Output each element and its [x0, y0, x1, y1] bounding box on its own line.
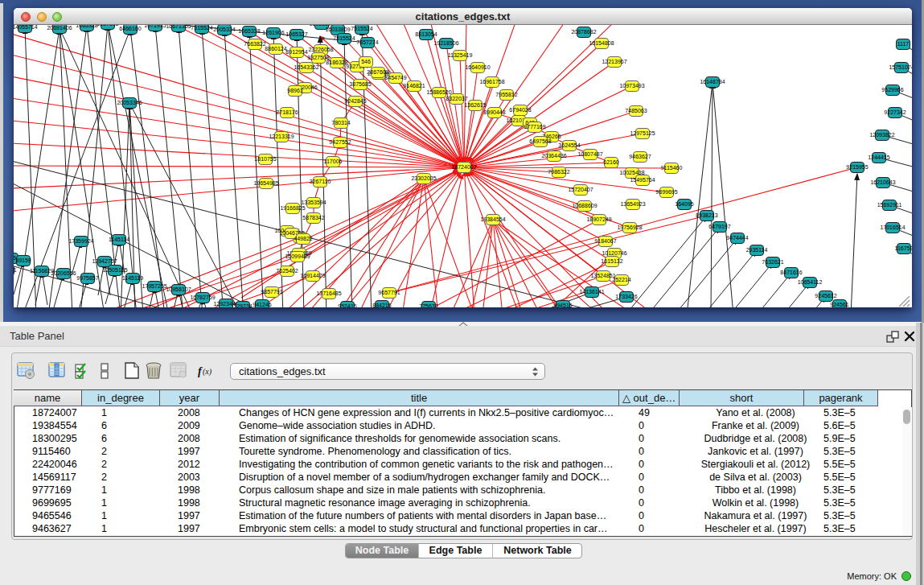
svg-text:17359924: 17359924 — [68, 238, 93, 244]
svg-text:7663822: 7663822 — [244, 41, 265, 47]
svg-text:10654112: 10654112 — [798, 279, 823, 285]
svg-text:9474444: 9474444 — [726, 235, 748, 241]
svg-text:2935114: 2935114 — [746, 247, 768, 253]
svg-text:11325419: 11325419 — [448, 52, 473, 58]
svg-text:6794028: 6794028 — [509, 107, 531, 113]
svg-text:12213967: 12213967 — [602, 59, 626, 64]
svg-text:13654923: 13654923 — [620, 201, 645, 207]
svg-text:12942757: 12942757 — [92, 258, 117, 264]
svg-text:164095: 164095 — [675, 201, 693, 207]
svg-text:13353594: 13353594 — [301, 200, 326, 205]
svg-text:16033809: 16033809 — [325, 27, 350, 32]
svg-text:9245612: 9245612 — [815, 293, 836, 299]
svg-text:117006: 117006 — [324, 159, 343, 164]
svg-text:3624554: 3624554 — [558, 142, 580, 148]
svg-text:16210643: 16210643 — [870, 179, 895, 185]
svg-text:1244415: 1244415 — [868, 154, 889, 160]
svg-text:(x): (x) — [203, 367, 212, 377]
svg-text:9899695: 9899695 — [655, 189, 677, 195]
svg-text:16914479: 16914479 — [300, 273, 325, 278]
svg-text:2718176: 2718176 — [276, 109, 298, 115]
svg-text:10688609: 10688609 — [572, 203, 597, 208]
svg-text:775632: 775632 — [419, 303, 437, 307]
svg-text:16154808: 16154808 — [589, 40, 614, 46]
svg-text:12213319: 12213319 — [269, 134, 294, 139]
svg-text:39159: 39159 — [15, 257, 31, 263]
svg-text:14136141: 14136141 — [579, 289, 604, 295]
svg-text:19166825: 19166825 — [280, 205, 305, 211]
svg-text:14055714: 14055714 — [14, 25, 38, 30]
svg-text:8813054: 8813054 — [415, 31, 437, 37]
svg-text:8912954: 8912954 — [285, 49, 307, 55]
svg-text:546: 546 — [361, 59, 371, 64]
svg-text:7632621: 7632621 — [762, 259, 783, 265]
svg-text:2867608: 2867608 — [367, 69, 388, 75]
svg-text:9463627: 9463627 — [629, 154, 651, 159]
svg-text:1261906: 1261906 — [262, 30, 284, 35]
svg-text:9857791: 9857791 — [261, 289, 282, 295]
svg-text:116753: 116753 — [895, 245, 912, 251]
svg-text:994516: 994516 — [553, 303, 572, 307]
svg-text:8860124: 8860124 — [265, 46, 286, 51]
svg-text:2005334: 2005334 — [213, 27, 235, 32]
svg-text:15495764: 15495764 — [630, 177, 655, 183]
svg-text:941246: 941246 — [253, 302, 271, 307]
svg-text:1733426: 1733426 — [615, 294, 637, 299]
svg-text:1071915: 1071915 — [144, 25, 166, 28]
svg-text:16099489: 16099489 — [285, 253, 310, 259]
svg-text:16543362: 16543362 — [294, 64, 318, 70]
svg-text:8186328: 8186328 — [326, 60, 347, 65]
svg-text:1145114: 1145114 — [109, 237, 129, 242]
svg-text:7857274: 7857274 — [356, 39, 378, 45]
svg-text:5878342: 5878342 — [302, 215, 324, 220]
svg-text:8471616: 8471616 — [780, 270, 802, 275]
svg-text:6479197: 6479197 — [708, 224, 730, 229]
svg-text:3267110: 3267110 — [310, 179, 331, 184]
svg-text:1065327: 1065327 — [285, 31, 307, 37]
svg-text:7625402: 7625402 — [276, 268, 298, 274]
svg-text:16640910: 16640910 — [465, 64, 490, 70]
svg-text:952416: 952416 — [338, 303, 356, 307]
svg-text:1810755: 1810755 — [254, 156, 276, 162]
svg-text:8454749: 8454749 — [384, 75, 406, 80]
svg-text:1065338: 1065338 — [238, 28, 260, 34]
svg-text:1065328: 1065328 — [76, 25, 97, 28]
svg-text:8322037: 8322037 — [446, 96, 467, 101]
svg-text:20691406: 20691406 — [47, 25, 72, 31]
svg-text:9975857: 9975857 — [76, 275, 98, 281]
svg-text:98961: 98961 — [287, 88, 303, 93]
svg-text:6497568: 6497568 — [529, 138, 551, 144]
svg-text:20364436: 20364436 — [541, 153, 566, 159]
svg-text:9242845: 9242845 — [344, 98, 366, 104]
svg-text:10120746: 10120746 — [602, 250, 626, 256]
svg-text:1117: 1117 — [897, 41, 910, 47]
svg-text:1615132: 1615132 — [601, 258, 622, 264]
svg-text:924561: 924561 — [830, 302, 848, 307]
svg-text:884216: 884216 — [372, 303, 391, 307]
svg-text:16782759: 16782759 — [190, 295, 215, 300]
svg-text:7515524: 7515524 — [351, 26, 372, 31]
svg-text:12093822: 12093822 — [869, 132, 894, 138]
svg-text:835081: 835081 — [14, 267, 17, 273]
svg-text:15692911: 15692911 — [877, 202, 902, 208]
svg-text:12505135: 12505135 — [102, 267, 127, 273]
svg-text:17957255: 17957255 — [142, 283, 166, 289]
svg-text:1362615: 1362615 — [464, 102, 486, 108]
svg-text:9777169: 9777169 — [524, 124, 545, 130]
svg-text:16961758: 16961758 — [479, 79, 504, 84]
svg-text:20878682: 20878682 — [571, 29, 596, 35]
svg-text:8990448: 8990448 — [483, 109, 505, 115]
svg-text:19756928: 19756928 — [617, 225, 642, 230]
svg-text:129234: 129234 — [233, 303, 252, 307]
svg-text:10973493: 10973493 — [619, 83, 644, 89]
svg-text:7485063: 7485063 — [625, 108, 647, 113]
svg-text:3875685: 3875685 — [349, 81, 371, 87]
svg-text:6466160: 6466160 — [119, 26, 141, 31]
svg-text:10807487: 10807487 — [577, 151, 602, 157]
svg-text:18724007: 18724007 — [451, 164, 476, 170]
svg-text:23302035: 23302035 — [411, 175, 436, 181]
svg-text:9427552: 9427552 — [329, 139, 351, 145]
svg-text:10958107: 10958107 — [166, 286, 191, 292]
svg-text:7955812: 7955812 — [495, 92, 517, 97]
svg-text:7515524: 7515524 — [333, 35, 355, 41]
